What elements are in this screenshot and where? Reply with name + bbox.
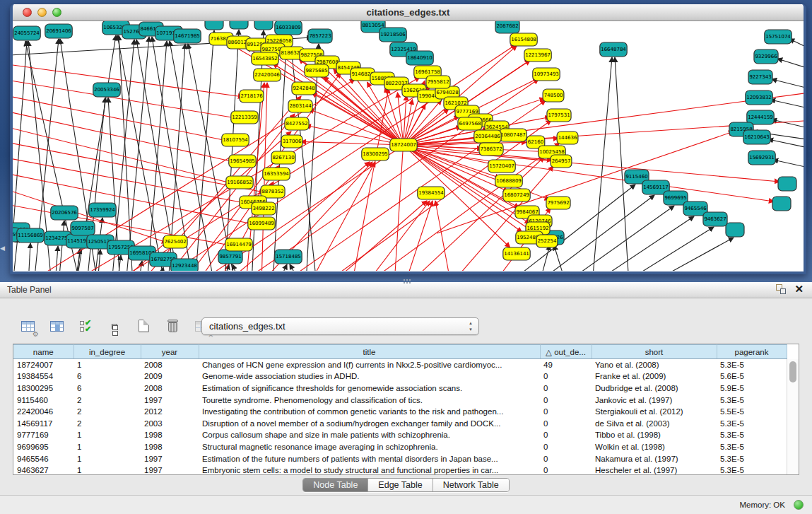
memory-ok-indicator[interactable]	[794, 500, 804, 510]
graph-node[interactable]: 16543852	[252, 52, 278, 65]
graph-node[interactable]	[254, 21, 273, 30]
table-scrollbar[interactable]	[787, 359, 799, 474]
graph-node[interactable]: 12923448	[171, 259, 198, 271]
graph-node[interactable]: 20206576	[51, 206, 78, 220]
column-header-short[interactable]: short	[592, 345, 717, 359]
graph-node[interactable]: 19166852	[226, 176, 253, 189]
column-header-out_de[interactable]: △ out_de...	[540, 345, 592, 359]
graph-node[interactable]: 16914479	[225, 238, 252, 251]
float-panel-icon[interactable]	[776, 284, 786, 294]
graph-node[interactable]	[772, 197, 791, 211]
graph-node[interactable]: 16099489	[248, 217, 275, 230]
graph-node[interactable]: 14136141	[503, 247, 530, 260]
graph-node[interactable]: 264957	[551, 155, 572, 168]
graph-node[interactable]: 6497568	[458, 117, 482, 130]
network-canvas[interactable]: 24055724 20691406 10653287 1527602 84661…	[13, 21, 804, 271]
table-row[interactable]: 969969511998Structural magnetic resonanc…	[13, 441, 787, 453]
tab-node-table[interactable]: Node Table	[303, 479, 368, 491]
graph-node[interactable]: 1797531	[547, 109, 571, 122]
graph-node[interactable]: 9463627	[703, 212, 727, 226]
graph-node[interactable]: 15692931	[748, 151, 775, 165]
graph-node[interactable]: 10807487	[500, 129, 526, 141]
graph-node[interactable]: 12213967	[524, 49, 551, 62]
table-selector-dropdown[interactable]: citations_edges.txt ▲▼	[201, 317, 479, 335]
table-row[interactable]: 1830029562008Estimation of significance …	[13, 382, 787, 395]
row-height-icon[interactable]	[105, 317, 124, 335]
graph-node[interactable]: 12213359	[231, 111, 258, 124]
table-row[interactable]: 1872400712008Changes of HCN gene express…	[13, 359, 787, 371]
column-header-title[interactable]: title	[199, 345, 540, 359]
graph-node[interactable]: 9875685	[305, 64, 329, 77]
graph-node[interactable]: 18300295	[362, 148, 389, 160]
graph-node[interactable]: 16210643	[743, 130, 770, 144]
graph-node[interactable]: 16033809	[275, 21, 302, 35]
column-header-pagerank[interactable]: pagerank	[717, 345, 787, 359]
splitter-collapse-icon[interactable]: ◀	[0, 245, 5, 252]
graph-node[interactable]: 20364486	[474, 130, 501, 143]
network-window[interactable]: citations_edges.txt 24055724 20691406 10…	[10, 4, 806, 274]
graph-node[interactable]: 20053346	[93, 83, 120, 97]
column-visibility-icon[interactable]	[47, 317, 66, 335]
table-row[interactable]: 946554611997Estimation of the future num…	[13, 452, 787, 465]
graph-node[interactable]: 10973493	[533, 68, 560, 81]
table-panel-titlebar[interactable]: Table Panel ✕	[0, 282, 812, 298]
graph-node[interactable]: 11156869	[17, 228, 44, 243]
graph-node[interactable]	[205, 21, 223, 30]
graph-node[interactable]: 748500	[543, 89, 564, 102]
network-window-titlebar[interactable]: citations_edges.txt	[13, 4, 804, 21]
graph-node[interactable]: 16807249	[503, 189, 530, 201]
graph-node[interactable]: 24055724	[13, 26, 40, 40]
table-row[interactable]: 1938455462009Genome-wide association stu…	[13, 370, 787, 382]
graph-node[interactable]: 15751074	[765, 30, 792, 44]
graph-node[interactable]: 8427552	[285, 117, 309, 130]
table-row[interactable]: 946362711997Embryonic stem cells: a mode…	[13, 465, 787, 475]
graph-node[interactable]: 19384554	[418, 187, 445, 199]
splitter-grip[interactable]	[403, 279, 411, 284]
close-panel-icon[interactable]: ✕	[794, 284, 804, 294]
graph-node[interactable]: 2718176	[240, 90, 264, 103]
table-scrollbar-thumb[interactable]	[789, 361, 796, 382]
graph-node[interactable]: 14671985	[174, 29, 201, 43]
graph-node[interactable]	[778, 177, 796, 191]
graph-node[interactable]: 19218506	[379, 28, 406, 42]
table-row[interactable]: 911546021997Tourette syndrome. Phenomeno…	[13, 394, 787, 406]
new-column-icon[interactable]	[134, 317, 153, 335]
graph-node[interactable]: 7975692	[546, 197, 570, 209]
graph-node[interactable]: 20691406	[45, 24, 72, 38]
column-header-name[interactable]: name	[13, 345, 73, 359]
graph-node[interactable]: 9857791	[218, 250, 242, 264]
tab-network-table[interactable]: Network Table	[433, 479, 509, 491]
column-header-year[interactable]: year	[141, 345, 199, 359]
graph-node[interactable]: 7955812	[426, 76, 450, 88]
graph-node[interactable]: 19654985	[229, 155, 256, 168]
graph-node[interactable]: 17359924	[89, 203, 116, 217]
graph-node[interactable]: 16154808	[510, 33, 537, 46]
graph-node[interactable]: 2803144	[288, 100, 312, 112]
table-settings-icon[interactable]: ⚙	[18, 317, 37, 335]
graph-node[interactable]: 15718485	[275, 250, 302, 264]
graph-node[interactable]: 252254	[536, 235, 558, 247]
graph-node[interactable]	[230, 21, 248, 29]
graph-node[interactable]: 7386372	[479, 143, 503, 156]
graph-node[interactable]: 10688809	[495, 175, 522, 187]
graph-node[interactable]: 317006	[281, 135, 302, 148]
graph-node[interactable]: 9242848	[292, 82, 316, 95]
graph-node[interactable]: 7625402	[163, 235, 187, 248]
table-row[interactable]: 977716911998Corpus callosum shape and si…	[13, 429, 787, 441]
table-row[interactable]: 1456911722003Disruption of a novel membe…	[13, 417, 787, 429]
graph-node[interactable]: 7857223	[308, 29, 332, 43]
graph-node[interactable]: 16353594	[263, 168, 290, 180]
network-graph[interactable]: 24055724 20691406 10653287 1527602 84661…	[13, 21, 804, 271]
delete-column-icon[interactable]	[163, 317, 182, 335]
graph-node[interactable]: 16648784	[600, 42, 627, 57]
graph-node[interactable]: 9097587	[71, 221, 95, 235]
graph-node[interactable]: 22420046	[254, 69, 281, 81]
graph-node[interactable]	[726, 223, 744, 237]
column-header-in_degree[interactable]: in_degree	[73, 345, 141, 359]
table-header-row[interactable]: namein_degreeyeartitle△ out_de...shortpa…	[13, 345, 787, 359]
graph-node[interactable]: 3498222	[252, 202, 276, 215]
graph-node[interactable]: 18107554	[222, 134, 249, 146]
graph-node[interactable]: 144636	[557, 132, 578, 144]
tab-edge-table[interactable]: Edge Table	[368, 479, 433, 491]
table-row[interactable]: 2242004622012Investigating the contribut…	[13, 406, 787, 418]
